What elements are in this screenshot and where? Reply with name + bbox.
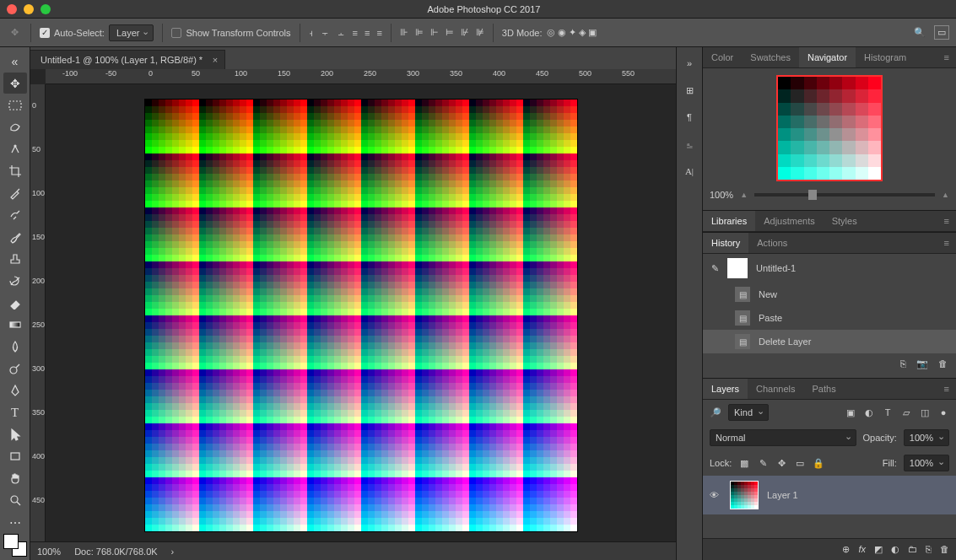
visibility-icon[interactable]: 👁 xyxy=(710,490,721,500)
canvas-area[interactable] xyxy=(46,84,676,541)
panel-icon-1[interactable]: ⊞ xyxy=(680,81,699,100)
navigator-thumbnail[interactable] xyxy=(776,75,883,181)
brush-tool[interactable] xyxy=(3,226,27,247)
nav-zoom-value[interactable]: 100% xyxy=(710,190,733,200)
tab-styles[interactable]: Styles xyxy=(824,211,866,231)
zoom-level[interactable]: 100% xyxy=(37,547,61,557)
blur-tool[interactable] xyxy=(3,337,27,358)
svg-rect-0 xyxy=(9,101,21,110)
crop-tool[interactable] xyxy=(3,160,27,181)
layer-filter-icons[interactable]: ▣◐T▱◫● xyxy=(845,407,949,418)
tab-adjustments[interactable]: Adjustments xyxy=(755,211,824,231)
dodge-tool[interactable] xyxy=(3,358,27,380)
search-icon[interactable]: 🔍 xyxy=(914,27,926,38)
collapse-icon[interactable]: « xyxy=(3,51,27,72)
tab-history[interactable]: History xyxy=(703,233,748,253)
quick-select-tool[interactable] xyxy=(3,138,27,159)
history-document-row[interactable]: ✎ Untitled-1 xyxy=(703,254,956,283)
color-swatches[interactable] xyxy=(3,534,27,557)
tab-actions[interactable]: Actions xyxy=(748,233,796,253)
character-icon[interactable]: A| xyxy=(680,162,699,180)
panel-menu-icon[interactable]: ≡ xyxy=(937,233,956,253)
lasso-tool[interactable] xyxy=(3,116,27,137)
marquee-tool[interactable] xyxy=(3,94,27,116)
show-transform-label: Show Transform Controls xyxy=(186,28,290,38)
auto-select-target-dropdown[interactable]: Layer xyxy=(109,24,154,41)
shape-tool[interactable] xyxy=(3,446,27,467)
panel-menu-icon[interactable]: ≡ xyxy=(937,379,956,399)
stamp-tool[interactable] xyxy=(3,248,27,269)
zoom-in-icon[interactable]: ▲ xyxy=(942,191,949,199)
type-tool[interactable]: T xyxy=(3,402,27,423)
hand-tool[interactable] xyxy=(3,468,27,489)
svg-point-5 xyxy=(11,496,18,503)
pen-tool[interactable] xyxy=(3,380,27,401)
new-layer-icon[interactable]: ⎘ xyxy=(926,544,932,555)
path-select-tool[interactable] xyxy=(3,424,27,445)
tab-swatches[interactable]: Swatches xyxy=(742,47,799,67)
history-state[interactable]: ▤New xyxy=(703,283,956,306)
tab-histogram[interactable]: Histogram xyxy=(856,47,915,67)
layer-filter-kind[interactable]: Kind xyxy=(728,404,769,421)
zoom-tool[interactable] xyxy=(3,490,27,511)
lock-icons[interactable]: ▩✎✥▭🔒 xyxy=(738,458,824,469)
window-close-icon[interactable] xyxy=(7,4,17,14)
layer-row[interactable]: 👁 Layer 1 xyxy=(703,476,956,514)
move-tool-icon[interactable]: ✥ xyxy=(7,25,22,40)
show-transform-checkbox[interactable] xyxy=(171,28,181,38)
zoom-out-icon[interactable]: ▲ xyxy=(740,191,748,199)
adjustment-layer-icon[interactable]: ◐ xyxy=(891,544,899,555)
workspace-icon[interactable]: ▭ xyxy=(934,25,949,40)
snapshot-icon[interactable]: 📷 xyxy=(916,358,928,369)
layer-style-icon[interactable]: fx xyxy=(858,544,866,555)
doc-size[interactable]: Doc: 768.0K/768.0K xyxy=(74,547,157,557)
opacity-input[interactable]: 100% xyxy=(904,429,949,446)
layer-name[interactable]: Layer 1 xyxy=(767,490,798,500)
history-brush-tool[interactable] xyxy=(3,270,27,291)
history-brush-source-icon[interactable]: ✎ xyxy=(711,263,719,274)
layer-thumb xyxy=(730,481,759,509)
status-chevron-icon[interactable]: › xyxy=(171,547,175,557)
glyphs-icon[interactable]: ⎁ xyxy=(680,135,699,153)
tool-options-icon[interactable]: ⋯ xyxy=(3,512,27,533)
window-max-icon[interactable] xyxy=(41,4,51,14)
tab-color[interactable]: Color xyxy=(703,47,742,67)
eyedropper-tool[interactable] xyxy=(3,182,27,203)
document-tab[interactable]: Untitled-1 @ 100% (Layer 1, RGB/8#) * × xyxy=(30,50,225,69)
delete-layer-icon[interactable]: 🗑 xyxy=(940,544,949,555)
ruler-vertical[interactable]: 050100150200250300350400450 xyxy=(30,84,46,541)
ruler-horizontal[interactable]: -100-50050100150200250300350400450500550 xyxy=(46,69,676,84)
zoom-slider[interactable] xyxy=(754,193,935,197)
group-icon[interactable]: 🗀 xyxy=(908,544,917,555)
tab-navigator[interactable]: Navigator xyxy=(799,47,856,67)
auto-select-checkbox[interactable]: ✓ xyxy=(40,28,50,38)
tab-libraries[interactable]: Libraries xyxy=(703,211,755,231)
panel-menu-icon[interactable]: ≡ xyxy=(937,211,956,231)
link-layers-icon[interactable]: ⊕ xyxy=(842,544,850,555)
blend-mode-dropdown[interactable]: Normal xyxy=(710,429,856,446)
tab-layers[interactable]: Layers xyxy=(703,379,748,399)
tab-channels[interactable]: Channels xyxy=(748,379,803,399)
eraser-tool[interactable] xyxy=(3,293,27,314)
expand-dock-icon[interactable]: » xyxy=(680,54,699,73)
app-title: Adobe Photoshop CC 2017 xyxy=(61,4,949,14)
auto-select-label: Auto-Select: xyxy=(54,28,105,38)
move-tool[interactable]: ✥ xyxy=(3,73,27,94)
layer-mask-icon[interactable]: ◩ xyxy=(874,544,883,555)
window-min-icon[interactable] xyxy=(24,4,34,14)
gradient-tool[interactable] xyxy=(3,315,27,336)
close-tab-icon[interactable]: × xyxy=(213,55,218,65)
history-state[interactable]: ▤Delete Layer xyxy=(703,330,956,353)
healing-tool[interactable] xyxy=(3,204,27,225)
fill-input[interactable]: 100% xyxy=(904,455,949,471)
distribute-buttons[interactable]: ⊪⊫⊩⊨⊮⊯ xyxy=(400,27,484,38)
tools-panel: « ✥ T ⋯ xyxy=(0,47,30,560)
tab-paths[interactable]: Paths xyxy=(804,379,845,399)
history-state[interactable]: ▤Paste xyxy=(703,306,956,330)
trash-icon[interactable]: 🗑 xyxy=(938,358,948,369)
svg-rect-4 xyxy=(11,453,19,460)
align-buttons[interactable]: ⫞⫟⫠≡≡≡ xyxy=(309,28,382,38)
new-snapshot-from-state-icon[interactable]: ⎘ xyxy=(900,358,906,369)
paragraph-icon[interactable]: ¶ xyxy=(680,108,699,127)
panel-menu-icon[interactable]: ≡ xyxy=(937,47,956,67)
